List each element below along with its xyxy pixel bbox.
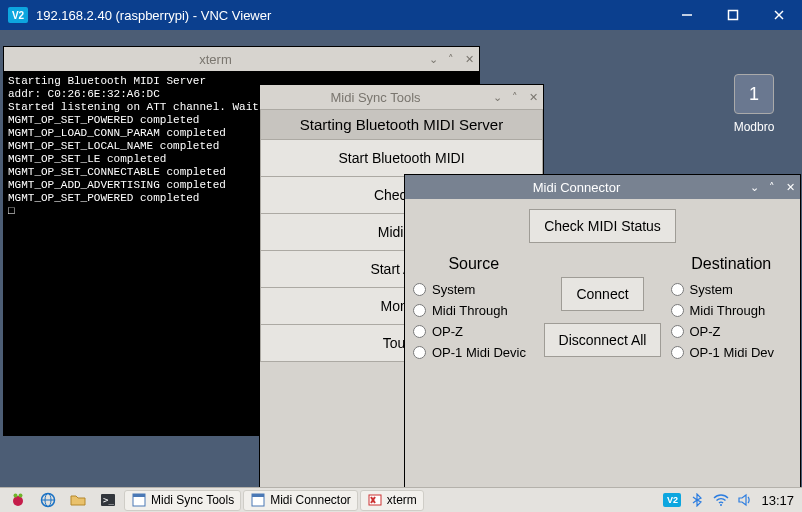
desktop-icon-glyph: 1	[734, 74, 774, 114]
mc-close-button[interactable]: ✕	[784, 182, 796, 193]
folder-icon	[70, 492, 86, 508]
vnc-window-title: 192.168.2.40 (raspberrypi) - VNC Viewer	[36, 8, 664, 23]
mst-button-start-bt-midi[interactable]: Start Bluetooth MIDI	[260, 140, 543, 177]
taskbar-menu-button[interactable]	[4, 490, 32, 511]
window-icon	[250, 492, 266, 508]
xterm-maximize-button[interactable]: ˄	[445, 54, 457, 65]
mc-destination-option[interactable]: OP-Z	[671, 321, 793, 342]
svg-point-4	[13, 496, 23, 506]
svg-point-6	[19, 494, 23, 498]
desktop-icon-label: Modbro	[722, 120, 786, 134]
mc-check-status-button[interactable]: Check MIDI Status	[529, 209, 676, 243]
mc-destination-option[interactable]: System	[671, 279, 793, 300]
mc-destination-header: Destination	[671, 255, 793, 273]
svg-rect-16	[369, 495, 381, 505]
xterm-titlebar[interactable]: xterm ⌄ ˄ ✕	[4, 47, 479, 71]
svg-point-19	[720, 504, 722, 506]
remote-desktop: 1 Modbro xterm ⌄ ˄ ✕ Starting Bluetooth …	[0, 30, 802, 512]
mc-source-column: Source System Midi Through OP-Z OP-1 Mid…	[413, 255, 535, 363]
mst-shade-button[interactable]: ⌄	[491, 92, 503, 103]
mc-maximize-button[interactable]: ˄	[766, 182, 778, 193]
mc-destination-column: Destination System Midi Through OP-Z OP-…	[671, 255, 793, 363]
mc-shade-button[interactable]: ⌄	[748, 182, 760, 193]
mst-titlebar[interactable]: Midi Sync Tools ⌄ ˄ ✕	[260, 85, 543, 109]
xterm-close-button[interactable]: ✕	[463, 54, 475, 65]
system-tray: V2 13:17	[663, 492, 798, 508]
mc-connect-button[interactable]: Connect	[561, 277, 643, 311]
svg-text:>_: >_	[103, 495, 114, 505]
vnc-maximize-button[interactable]	[710, 0, 756, 30]
mst-maximize-button[interactable]: ˄	[509, 92, 521, 103]
vnc-app-icon: V2	[8, 7, 28, 23]
terminal-icon: >_	[100, 492, 116, 508]
svg-point-5	[14, 494, 18, 498]
svg-rect-13	[133, 494, 145, 497]
taskbar-app-xterm[interactable]: xterm	[360, 490, 424, 511]
taskbar: >_ Midi Sync Tools Midi Connector xte	[0, 487, 802, 512]
desktop-icon-modbro[interactable]: 1 Modbro	[722, 74, 786, 134]
svg-rect-15	[252, 494, 264, 497]
mc-source-option[interactable]: OP-Z	[413, 321, 535, 342]
mst-title: Midi Sync Tools	[260, 90, 491, 105]
raspberry-icon	[10, 492, 26, 508]
bluetooth-icon[interactable]	[689, 492, 705, 508]
taskbar-terminal-button[interactable]: >_	[94, 490, 122, 511]
xterm-icon	[367, 492, 383, 508]
volume-icon[interactable]	[737, 492, 753, 508]
window-midi-connector[interactable]: Midi Connector ⌄ ˄ ✕ Check MIDI Status S…	[404, 174, 801, 490]
mc-source-option[interactable]: System	[413, 279, 535, 300]
taskbar-files-button[interactable]	[64, 490, 92, 511]
globe-icon	[40, 492, 56, 508]
mc-titlebar[interactable]: Midi Connector ⌄ ˄ ✕	[405, 175, 800, 199]
taskbar-app-midi-connector[interactable]: Midi Connector	[243, 490, 358, 511]
tray-clock[interactable]: 13:17	[761, 493, 794, 508]
window-icon	[131, 492, 147, 508]
xterm-title: xterm	[4, 52, 427, 67]
vnc-minimize-button[interactable]	[664, 0, 710, 30]
mc-source-option[interactable]: OP-1 Midi Devic	[413, 342, 535, 363]
svg-rect-1	[729, 11, 738, 20]
mc-destination-option[interactable]: OP-1 Midi Dev	[671, 342, 793, 363]
taskbar-app-midi-sync-tools[interactable]: Midi Sync Tools	[124, 490, 241, 511]
taskbar-browser-button[interactable]	[34, 490, 62, 511]
mc-destination-option[interactable]: Midi Through	[671, 300, 793, 321]
xterm-shade-button[interactable]: ⌄	[427, 54, 439, 65]
vnc-titlebar: V2 192.168.2.40 (raspberrypi) - VNC View…	[0, 0, 802, 30]
mc-source-option[interactable]: Midi Through	[413, 300, 535, 321]
mc-title: Midi Connector	[405, 180, 748, 195]
tray-vnc-icon[interactable]: V2	[663, 493, 681, 507]
mst-close-button[interactable]: ✕	[527, 92, 539, 103]
taskbar-app-label: Midi Sync Tools	[151, 493, 234, 507]
vnc-close-button[interactable]	[756, 0, 802, 30]
taskbar-app-label: Midi Connector	[270, 493, 351, 507]
mst-status-text: Starting Bluetooth MIDI Server	[260, 109, 543, 140]
taskbar-app-label: xterm	[387, 493, 417, 507]
mc-source-header: Source	[413, 255, 535, 273]
wifi-icon[interactable]	[713, 492, 729, 508]
mc-disconnect-all-button[interactable]: Disconnect All	[544, 323, 662, 357]
